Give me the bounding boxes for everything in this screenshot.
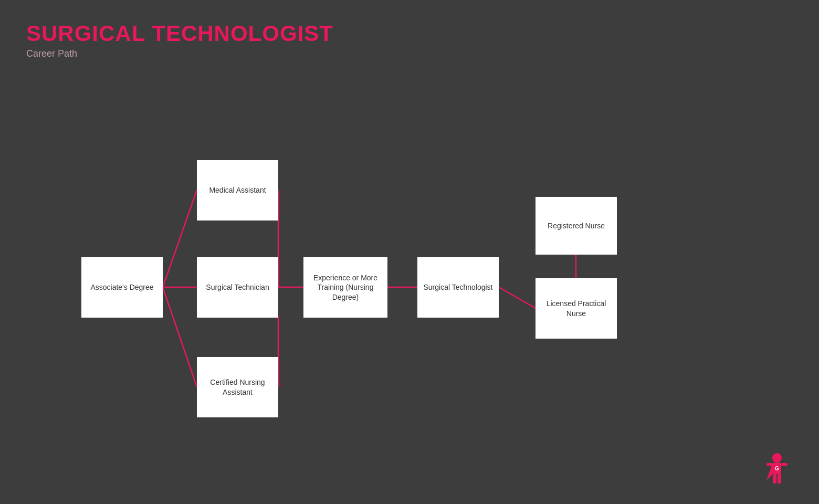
svg-rect-14 [766, 463, 773, 466]
node-surgical-technician: Surgical Technician [197, 257, 278, 318]
career-diagram: Associate's Degree Medical Assistant Sur… [0, 79, 819, 446]
node-associates-degree: Associate's Degree [81, 257, 163, 318]
svg-line-2 [163, 287, 197, 387]
svg-point-9 [772, 453, 782, 463]
svg-text:G: G [775, 466, 779, 471]
page-subtitle: Career Path [26, 48, 333, 59]
svg-rect-12 [773, 474, 776, 484]
svg-line-7 [499, 287, 536, 308]
node-surgical-technologist: Surgical Technologist [417, 257, 499, 318]
node-registered-nurse: Registered Nurse [536, 197, 617, 255]
page-title: SURGICAL TECHNOLOGIST [26, 21, 333, 46]
node-medical-assistant: Medical Assistant [197, 160, 278, 220]
svg-rect-15 [781, 463, 788, 466]
logo-mascot: G [761, 452, 793, 488]
svg-line-0 [163, 190, 197, 287]
svg-rect-13 [778, 474, 781, 484]
page-header: SURGICAL TECHNOLOGIST Career Path [26, 21, 333, 59]
node-certified-nursing-assistant: Certified Nursing Assistant [197, 357, 278, 417]
node-experience-training: Experience or More Training (Nursing Deg… [303, 257, 387, 318]
node-licensed-practical-nurse: Licensed Practical Nurse [536, 278, 617, 339]
